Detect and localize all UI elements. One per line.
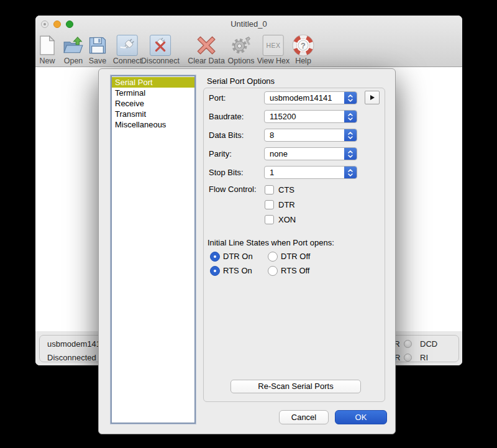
rescan-serial-ports-button[interactable]: Re-Scan Serial Ports	[230, 380, 361, 393]
toolbar-item-view-hex[interactable]: HEX View Hex	[257, 34, 290, 65]
cts-checkbox[interactable]	[265, 185, 274, 194]
dtr-on-radio[interactable]	[210, 252, 220, 262]
category-item-terminal[interactable]: Terminal	[112, 88, 194, 98]
up-down-chevrons-icon	[344, 167, 357, 178]
up-down-chevrons-icon	[344, 148, 357, 160]
dtr-off-radio[interactable]	[268, 252, 278, 262]
toolbar-item-open[interactable]: Open	[63, 34, 84, 65]
options-category-list: Serial Port Terminal Receive Transmit Mi…	[111, 75, 196, 424]
ri-indicator-light	[404, 354, 412, 362]
rts-off-radio[interactable]	[268, 266, 278, 276]
data-bits-label: Data Bits:	[209, 129, 244, 142]
rts-on-radio[interactable]	[210, 266, 220, 276]
stop-bits-label: Stop Bits:	[209, 166, 244, 179]
baudrate-dropdown[interactable]: 115200	[264, 110, 357, 123]
new-document-icon	[39, 34, 55, 57]
help-lifesaver-icon: ?	[292, 34, 314, 57]
category-item-serial-port[interactable]: Serial Port	[112, 77, 194, 88]
view-hex-icon: HEX	[263, 34, 284, 57]
disconnect-plug-icon	[150, 34, 171, 57]
xon-checkbox-label: XON	[278, 215, 296, 224]
toolbar-item-disconnect[interactable]: Disconnect	[141, 34, 180, 65]
toolbar-item-connect[interactable]: Connect	[113, 34, 142, 65]
rts-off-radio-label: RTS Off	[281, 266, 309, 276]
parity-dropdown[interactable]: none	[264, 147, 357, 160]
port-actions-menu-button[interactable]	[365, 91, 380, 104]
window-header: Untitled_0 New Open	[35, 16, 462, 67]
dtr-off-radio-label: DTR Off	[281, 252, 310, 262]
connection-options-dialog: Serial Port Terminal Receive Transmit Mi…	[98, 68, 396, 434]
dtr-checkbox-label: DTR	[278, 200, 295, 209]
data-bits-dropdown[interactable]: 8	[264, 129, 357, 142]
toolbar-item-save[interactable]: Save	[88, 34, 107, 65]
up-down-chevrons-icon	[344, 111, 357, 122]
up-down-chevrons-icon	[344, 129, 357, 141]
svg-text:?: ?	[301, 41, 306, 50]
clear-data-x-icon	[195, 34, 217, 57]
xon-checkbox[interactable]	[265, 215, 274, 224]
port-dropdown[interactable]: usbmodem14141	[264, 91, 357, 104]
connect-plug-icon	[117, 34, 138, 57]
save-floppy-icon	[88, 34, 107, 57]
cts-checkbox-label: CTS	[278, 185, 294, 194]
ok-button[interactable]: OK	[335, 410, 387, 424]
options-gear-icon	[230, 34, 252, 57]
toolbar-item-options[interactable]: Options	[227, 34, 254, 65]
status-port-text: usbmodem1414	[47, 339, 105, 349]
category-item-transmit[interactable]: Transmit	[112, 109, 194, 119]
parity-label: Parity:	[209, 147, 232, 160]
toolbar-item-new[interactable]: New	[39, 34, 55, 65]
indicator-label-dcd: DCD	[420, 339, 437, 349]
right-triangle-icon	[370, 95, 375, 100]
initial-line-states-label: Initial Line States when Port opens:	[207, 238, 334, 247]
dtr-checkbox[interactable]	[265, 200, 274, 209]
port-label: Port:	[209, 91, 226, 104]
up-down-chevrons-icon	[344, 92, 357, 104]
open-folder-icon	[63, 34, 84, 57]
flow-control-label: Flow Control:	[209, 185, 257, 194]
dcd-indicator-light	[404, 340, 412, 348]
indicator-label-ri: RI	[420, 353, 428, 362]
rts-on-radio-label: RTS On	[223, 266, 252, 276]
status-connection-text: Disconnected	[47, 353, 96, 362]
serial-port-options-heading: Serial Port Options	[207, 76, 275, 86]
toolbar-item-clear-data[interactable]: Clear Data	[188, 34, 225, 65]
category-item-miscellaneous[interactable]: Miscellaneous	[112, 119, 194, 130]
window-title: Untitled_0	[35, 19, 462, 29]
category-item-receive[interactable]: Receive	[112, 98, 194, 109]
toolbar-item-help[interactable]: ? Help	[292, 34, 314, 65]
stop-bits-dropdown[interactable]: 1	[264, 166, 357, 179]
cancel-button[interactable]: Cancel	[279, 410, 329, 424]
baudrate-label: Baudrate:	[209, 110, 244, 123]
dtr-on-radio-label: DTR On	[223, 252, 253, 262]
